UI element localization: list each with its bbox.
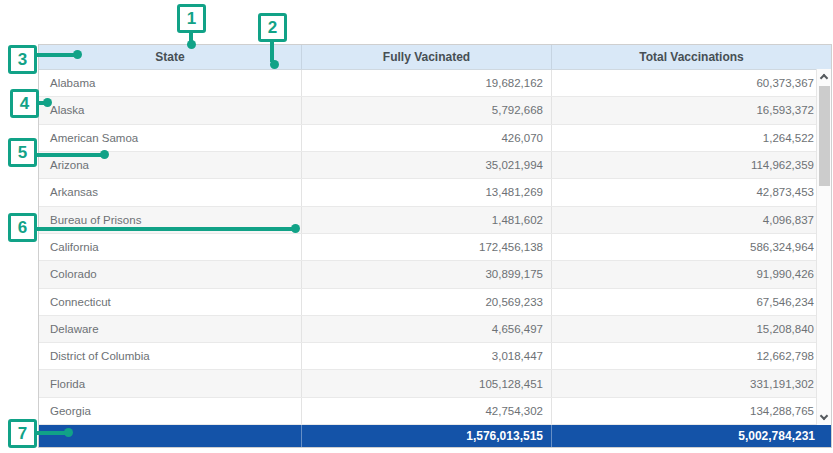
table-row[interactable]: Florida 105,128,451 331,191,302 xyxy=(39,370,831,397)
table-summary-row: 1,576,013,515 5,002,784,231 xyxy=(39,425,831,447)
annotation-dot-3 xyxy=(73,50,82,59)
annotation-marker-4: 4 xyxy=(10,89,39,118)
table-row[interactable]: Georgia 42,754,302 134,288,765 xyxy=(39,398,831,425)
summary-total-vaccinations-total: 5,002,784,231 xyxy=(552,425,831,447)
vaccination-table: State Fully Vacinated Total Vaccinations… xyxy=(38,44,832,448)
total-vaccinations-cell: 1,264,522 xyxy=(552,125,831,151)
screenshot-canvas: State Fully Vacinated Total Vaccinations… xyxy=(0,0,833,453)
fully-vaccinated-cell: 105,128,451 xyxy=(302,370,552,396)
state-cell: Delaware xyxy=(39,316,302,342)
annotation-dot-1 xyxy=(187,40,196,49)
fully-vaccinated-cell: 3,018,447 xyxy=(302,343,552,369)
state-cell: Arkansas xyxy=(39,179,302,205)
total-vaccinations-cell: 4,096,837 xyxy=(552,207,831,233)
state-cell: District of Columbia xyxy=(39,343,302,369)
state-cell: American Samoa xyxy=(39,125,302,151)
annotation-connector-5 xyxy=(34,153,102,157)
chevron-up-icon[interactable] xyxy=(820,74,828,82)
fully-vaccinated-cell: 19,682,162 xyxy=(302,70,552,96)
table-row[interactable]: American Samoa 426,070 1,264,522 xyxy=(39,125,831,152)
annotation-marker-3: 3 xyxy=(8,45,37,74)
table-row[interactable]: District of Columbia 3,018,447 12,662,79… xyxy=(39,343,831,370)
total-vaccinations-cell: 114,962,359 xyxy=(552,152,831,178)
chevron-down-icon[interactable] xyxy=(820,412,828,420)
state-cell: Alabama xyxy=(39,70,302,96)
state-cell: Georgia xyxy=(39,398,302,424)
state-cell: California xyxy=(39,234,302,260)
total-vaccinations-cell: 16,593,372 xyxy=(552,97,831,123)
summary-state-cell xyxy=(39,425,302,447)
column-header-total-vaccinations[interactable]: Total Vaccinations xyxy=(552,45,831,69)
total-vaccinations-cell: 67,546,234 xyxy=(552,289,831,315)
summary-fully-vaccinated-total: 1,576,013,515 xyxy=(302,425,552,447)
annotation-dot-7 xyxy=(64,428,73,437)
fully-vaccinated-cell: 13,481,269 xyxy=(302,179,552,205)
fully-vaccinated-cell: 172,456,138 xyxy=(302,234,552,260)
total-vaccinations-cell: 15,208,840 xyxy=(552,316,831,342)
state-cell: Colorado xyxy=(39,261,302,287)
state-cell: Connecticut xyxy=(39,289,302,315)
table-body: Alabama 19,682,162 60,373,367 Alaska 5,7… xyxy=(39,70,831,425)
total-vaccinations-cell: 12,662,798 xyxy=(552,343,831,369)
total-vaccinations-cell: 60,373,367 xyxy=(552,70,831,96)
fully-vaccinated-cell: 4,656,497 xyxy=(302,316,552,342)
annotation-connector-2 xyxy=(270,40,274,62)
table-row[interactable]: Alabama 19,682,162 60,373,367 xyxy=(39,70,831,97)
table-header-row: State Fully Vacinated Total Vaccinations xyxy=(39,45,831,70)
total-vaccinations-cell: 42,873,453 xyxy=(552,179,831,205)
total-vaccinations-cell: 331,191,302 xyxy=(552,370,831,396)
total-vaccinations-cell: 91,990,426 xyxy=(552,261,831,287)
fully-vaccinated-cell: 35,021,994 xyxy=(302,152,552,178)
state-cell: Florida xyxy=(39,370,302,396)
annotation-connector-6 xyxy=(34,227,293,231)
table-row[interactable]: Arkansas 13,481,269 42,873,453 xyxy=(39,179,831,206)
annotation-marker-2: 2 xyxy=(258,13,287,42)
fully-vaccinated-cell: 30,899,175 xyxy=(302,261,552,287)
state-cell: Alaska xyxy=(39,97,302,123)
fully-vaccinated-cell: 426,070 xyxy=(302,125,552,151)
table-row[interactable]: California 172,456,138 586,324,964 xyxy=(39,234,831,261)
total-vaccinations-cell: 586,324,964 xyxy=(552,234,831,260)
vertical-scrollbar[interactable] xyxy=(816,69,831,425)
fully-vaccinated-cell: 1,481,602 xyxy=(302,207,552,233)
annotation-dot-5 xyxy=(100,150,109,159)
annotation-dot-4 xyxy=(43,98,52,107)
annotation-marker-1: 1 xyxy=(177,4,206,33)
annotation-connector-3 xyxy=(34,53,76,57)
annotation-dot-2 xyxy=(270,60,279,69)
annotation-connector-7 xyxy=(34,431,66,435)
annotation-marker-6: 6 xyxy=(8,213,37,242)
fully-vaccinated-cell: 5,792,668 xyxy=(302,97,552,123)
annotation-marker-7: 7 xyxy=(8,419,37,448)
table-row[interactable]: Arizona 35,021,994 114,962,359 xyxy=(39,152,831,179)
table-row[interactable]: Delaware 4,656,497 15,208,840 xyxy=(39,316,831,343)
total-vaccinations-cell: 134,288,765 xyxy=(552,398,831,424)
table-row[interactable]: Connecticut 20,569,233 67,546,234 xyxy=(39,289,831,316)
column-header-fully-vaccinated[interactable]: Fully Vacinated xyxy=(302,45,552,69)
annotation-marker-5: 5 xyxy=(8,138,37,167)
table-row[interactable]: Alaska 5,792,668 16,593,372 xyxy=(39,97,831,124)
scrollbar-thumb[interactable] xyxy=(819,86,830,186)
table-row[interactable]: Colorado 30,899,175 91,990,426 xyxy=(39,261,831,288)
fully-vaccinated-cell: 42,754,302 xyxy=(302,398,552,424)
fully-vaccinated-cell: 20,569,233 xyxy=(302,289,552,315)
annotation-dot-6 xyxy=(291,224,300,233)
